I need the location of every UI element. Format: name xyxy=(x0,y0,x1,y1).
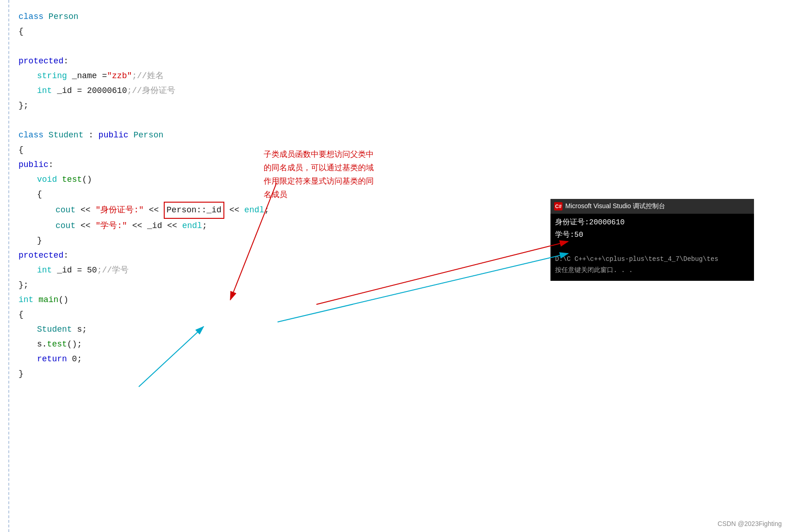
vs-icon: C# xyxy=(554,202,562,210)
output-close: 按任意键关闭此窗口. . . xyxy=(555,265,749,276)
terminal-content: 身份证号:20000610 学号:50 D:\C C++\c++\cplus-p… xyxy=(550,214,754,281)
code-line-11: public: xyxy=(19,157,791,172)
code-line-22: Student s; xyxy=(19,322,791,337)
code-line-5: string _name = "zzb" ;//姓名 xyxy=(19,68,791,83)
code-line-10: { xyxy=(19,142,791,157)
code-line-1: class Person xyxy=(19,9,791,24)
output-line-1: 身份证号:20000610 xyxy=(555,217,749,229)
classname-person: Person xyxy=(49,10,79,24)
annotation-text: 子类成员函数中要想访问父类中 的同名成员，可以通过基类的域 作用限定符来显式访问… xyxy=(264,150,374,199)
footer-text: CSDN @2023Fighting xyxy=(717,520,782,527)
code-line-7: }; xyxy=(19,98,791,113)
code-line-4: protected: xyxy=(19,54,791,68)
footer: CSDN @2023Fighting xyxy=(717,520,782,527)
output-path: D:\C C++\c++\cplus-plus\test_4_7\Debug\t… xyxy=(555,254,749,265)
code-line-2: { xyxy=(19,24,791,39)
code-line-6: int _id = 20000610 ;//身份证号 xyxy=(19,83,791,98)
terminal-title: Microsoft Visual Studio 调试控制台 xyxy=(565,201,665,212)
person-id-highlight: Person::_id xyxy=(164,202,224,219)
output-line-3 xyxy=(555,241,749,254)
code-line-9: class Student : public Person xyxy=(19,128,791,142)
keyword-class: class xyxy=(19,10,43,24)
terminal-window: C# Microsoft Visual Studio 调试控制台 身份证号:20… xyxy=(550,199,754,281)
code-line-3 xyxy=(19,39,791,54)
annotation-box: 子类成员函数中要想访问父类中 的同名成员，可以通过基类的域 作用限定符来显式访问… xyxy=(264,148,398,202)
code-line-23: s. test (); xyxy=(19,337,791,352)
code-line-24: return 0; xyxy=(19,352,791,367)
guide-line xyxy=(8,0,9,532)
code-line-25: } xyxy=(19,367,791,382)
code-line-21: { xyxy=(19,308,791,322)
output-line-2: 学号:50 xyxy=(555,229,749,241)
terminal-titlebar: C# Microsoft Visual Studio 调试控制台 xyxy=(550,199,754,214)
code-line-12: void test () xyxy=(19,172,791,187)
code-line-8 xyxy=(19,113,791,128)
code-line-20: int main () xyxy=(19,293,791,308)
